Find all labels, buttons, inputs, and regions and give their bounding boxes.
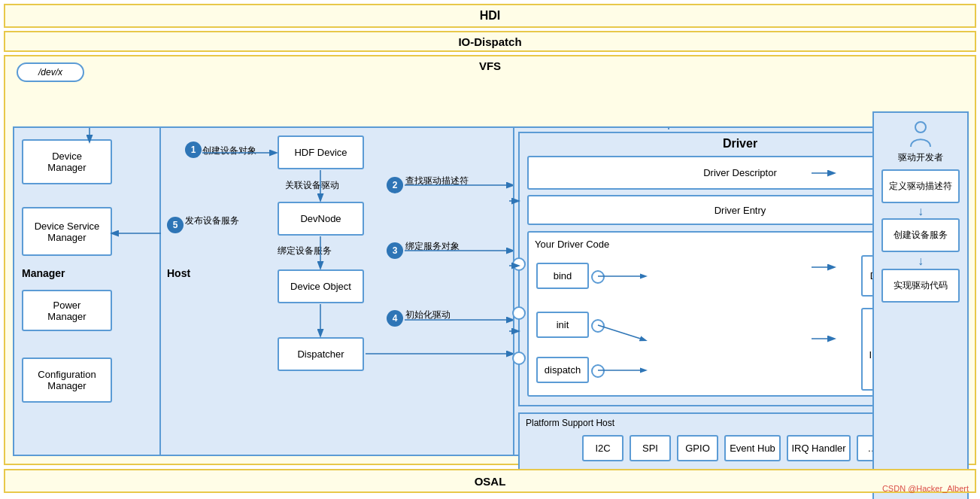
io-dispatch-layer: IO-Dispatch [4,31,976,52]
hdi-label: HDI [480,9,501,23]
dispatch-box: dispatch [536,357,589,383]
device-service-manager-label: Device ServiceManager [35,221,100,243]
host-label: Host [167,267,190,279]
bind-connector [591,270,605,284]
power-manager-label: PowerManager [47,300,86,322]
publish-service-label: 发布设备服务 [185,215,239,227]
arrow-down-1: ↓ [918,205,924,218]
svg-point-26 [915,122,926,132]
step-4-circle: 4 [387,310,403,327]
define-driver-desc-box: 定义驱动描述符 [881,169,960,203]
dispatch-connector [591,364,605,378]
osal-label: OSAL [475,475,506,488]
developer-section: 驱动开发者 定义驱动描述符 ↓ 创建设备服务 ↓ 实现驱动代码 [872,111,969,499]
gpio-box: GPIO [677,435,718,461]
watermark: CSDN @Hacker_Albert [882,484,969,493]
create-device-service-box: 创建设备服务 [881,218,960,252]
bind-in-connector [512,257,526,271]
define-driver-desc-label: 定义驱动描述符 [889,180,952,193]
irq-handler-box: IRQ Handler [787,435,851,461]
init-driver-label: 初始化驱动 [405,309,451,321]
configuration-manager-label: ConfigurationManager [38,369,96,391]
implement-driver-code-box: 实现驱动代码 [881,269,960,303]
driver-entry-label: Driver Entry [715,205,766,216]
your-driver-code-label: Your Driver Code [535,239,609,250]
devnode-label: DevNode [300,213,341,224]
init-box: init [536,312,589,338]
device-object-label: Device Object [290,281,351,292]
diagram-container: HDI IO-Dispatch VFS /dev/x DeviceManager… [0,0,980,499]
hdf-device-label: HDF Device [294,147,347,158]
init-connector [591,319,605,333]
device-object-box: Device Object [278,269,364,303]
devx-ellipse: /dev/x [17,62,84,82]
hdf-device-box: HDF Device [278,135,364,169]
bind-service-label: 绑定设备服务 [278,245,332,257]
driver-title: Driver [723,137,757,151]
person-icon [909,120,932,147]
step-5-circle: 5 [167,217,184,233]
hdi-layer: HDI [4,4,976,28]
vfs-layer: VFS /dev/x DeviceManager Device ServiceM… [4,55,976,465]
associate-driver-label: 关联设备驱动 [285,179,339,192]
vfs-label: VFS [479,59,501,72]
dispatcher-box: Dispatcher [278,337,364,371]
bind-label: bind [554,270,572,281]
developer-icon-area: 驱动开发者 [898,120,943,164]
init-label: init [557,319,569,330]
io-dispatch-label: IO-Dispatch [458,35,521,48]
devx-text: /dev/x [38,67,62,78]
step-3-circle: 3 [387,242,403,259]
main-area: DeviceManager Device ServiceManager Mana… [13,126,967,456]
event-hub-box: Event Hub [724,435,781,461]
find-driver-label: 查找驱动描述符 [405,175,469,187]
bind-service-obj-label: 绑定服务对象 [405,240,460,253]
step-2-circle: 2 [387,177,403,193]
dispatch-in-connector [512,351,526,365]
devnode-box: DevNode [278,202,364,236]
implement-driver-code-label: 实现驱动代码 [894,279,948,292]
dispatcher-label: Dispatcher [297,348,344,360]
spi-box: SPI [630,435,671,461]
configuration-manager-box: ConfigurationManager [22,358,112,403]
create-device-label: 创建设备对象 [202,145,256,157]
host-section: Host 创建设备对象 1 HDF Device 关联设备驱动 DevNode [161,128,514,455]
arrow-down-2: ↓ [918,254,924,268]
i2c-box: I2C [582,435,623,461]
device-manager-box: DeviceManager [22,139,112,184]
device-manager-label: DeviceManager [47,151,86,173]
step-1-circle: 1 [185,141,202,158]
dispatch-label: dispatch [545,364,581,376]
platform-label: Platform Support Host [526,418,614,428]
power-manager-box: PowerManager [22,290,112,331]
init-in-connector [512,306,526,320]
device-service-manager-box: Device ServiceManager [22,207,112,256]
bind-box: bind [536,263,589,289]
manager-label: Manager [22,267,65,279]
svg-line-13 [598,325,645,340]
developer-label: 驱动开发者 [898,151,943,164]
manager-section: DeviceManager Device ServiceManager Mana… [14,128,161,455]
create-device-service-label: 创建设备服务 [894,229,948,242]
osal-layer: OSAL [4,469,976,493]
driver-descriptor-label: Driver Descriptor [703,167,777,178]
